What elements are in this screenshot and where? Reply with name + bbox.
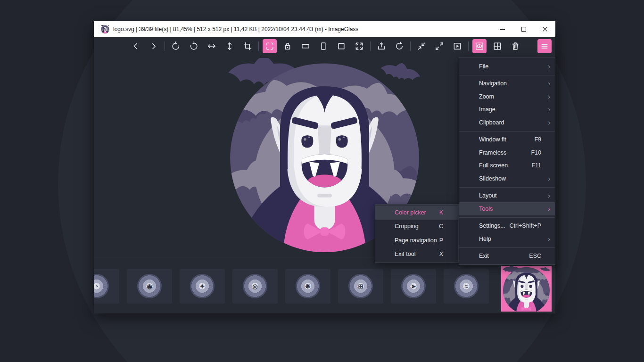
menu-item-label: File <box>479 63 488 70</box>
lock-zoom-button[interactable] <box>281 39 295 53</box>
menu-item-exit[interactable]: ExitESC <box>459 250 555 263</box>
close-icon <box>542 26 548 32</box>
thumbnail-item[interactable]: ✦ <box>180 269 225 304</box>
menu-item-label: Navigation <box>479 80 507 87</box>
previous-image-button[interactable] <box>129 39 143 53</box>
menu-item-label: Exif tool <box>395 251 415 257</box>
auto-zoom-icon <box>265 41 274 51</box>
submenu-arrow-icon: › <box>544 236 550 242</box>
menu-item-settings[interactable]: Settings...Ctrl+Shift+P <box>459 220 555 233</box>
submenu-arrow-icon: › <box>544 63 550 70</box>
menu-divider <box>459 187 555 188</box>
menu-item-layout[interactable]: Layout› <box>459 189 555 203</box>
thumbnail-item[interactable]: ◉ <box>127 269 172 304</box>
refresh-button[interactable] <box>392 39 406 53</box>
rect-wide-icon <box>301 41 310 51</box>
crop-button[interactable] <box>240 39 255 53</box>
tools-submenu-popup: Color pickerKCroppingCPage navigationPEx… <box>375 204 459 263</box>
maximize-button[interactable] <box>513 21 534 37</box>
thumbnail-item[interactable]: ◎ <box>232 269 278 304</box>
thumbnail-logo-glyph: ⊞ <box>348 274 373 298</box>
menu-item-shortcut: C <box>439 223 452 230</box>
hamburger-icon <box>540 41 549 51</box>
thumbnail-panel-button[interactable] <box>490 39 504 53</box>
toolbar-separator <box>370 41 371 51</box>
menu-item-label: Help <box>479 236 491 242</box>
close-button[interactable] <box>534 21 555 37</box>
menu-item-image[interactable]: Image› <box>459 103 555 116</box>
menu-item-tools[interactable]: Tools› <box>459 202 555 215</box>
menu-item-help[interactable]: Help› <box>459 232 555 246</box>
flip-horizontal-button[interactable] <box>205 39 219 53</box>
toolbar-separator <box>165 41 165 51</box>
rotate-right-button[interactable] <box>187 39 201 53</box>
submenu-arrow-icon: › <box>544 93 550 100</box>
rotate-left-button[interactable] <box>169 39 183 53</box>
thumbnail-logo-glyph: ❋ <box>296 274 320 298</box>
thumbnail-logo-glyph: ≈ <box>454 274 479 298</box>
full-screen-button[interactable] <box>432 39 446 53</box>
menu-item-label: Settings... <box>479 222 505 229</box>
scale-to-width-button[interactable] <box>298 39 313 53</box>
slideshow-button[interactable] <box>450 39 464 53</box>
next-image-button[interactable] <box>147 39 161 53</box>
toolbar-separator <box>410 41 411 51</box>
scale-to-fit-button[interactable] <box>352 39 366 53</box>
thumbnail-item[interactable]: ≈ <box>444 269 489 304</box>
minimize-button[interactable] <box>492 21 513 37</box>
menu-item-label: Frameless <box>479 149 506 156</box>
thumbnail-item[interactable]: ⊞ <box>338 269 383 304</box>
menu-item-shortcut: F10 <box>531 149 544 156</box>
menu-item-file[interactable]: File› <box>459 60 555 73</box>
menu-item-label: Layout <box>479 192 497 199</box>
menu-item-clipboard[interactable]: Clipboard› <box>459 116 555 129</box>
menu-item-full-screen[interactable]: Full screenF11 <box>459 159 555 173</box>
trash-icon <box>511 41 520 51</box>
thumbnail-logo-glyph: ➤ <box>401 274 426 298</box>
export-button[interactable] <box>374 39 388 53</box>
auto-zoom-button[interactable] <box>263 39 277 53</box>
toolbar-separator <box>468 41 469 51</box>
submenu-arrow-icon: › <box>544 192 550 199</box>
eye-square-icon <box>475 41 484 51</box>
menu-item-page-navigation[interactable]: Page navigationP <box>375 233 458 247</box>
submenu-arrow-icon: › <box>544 206 550 212</box>
menu-item-color-picker[interactable]: Color pickerK <box>375 206 458 220</box>
menu-item-frameless[interactable]: FramelessF10 <box>459 146 555 159</box>
menu-item-shortcut: X <box>439 251 452 257</box>
color-inspector-button[interactable] <box>472 39 487 53</box>
menu-item-zoom[interactable]: Zoom› <box>459 90 555 103</box>
menu-item-label: Window fit <box>479 136 506 143</box>
menu-item-cropping[interactable]: CroppingC <box>375 220 458 234</box>
menu-item-window-fit[interactable]: Window fitF9 <box>459 133 555 147</box>
actual-size-button[interactable] <box>334 39 348 53</box>
lock-icon <box>283 41 292 51</box>
toolbar <box>94 37 555 55</box>
menu-item-label: Page navigation <box>395 237 437 244</box>
app-logo-icon <box>101 25 109 33</box>
window-fit-button[interactable] <box>414 39 429 53</box>
delete-image-button[interactable] <box>508 39 522 53</box>
thumbnail-item[interactable]: ➤ <box>391 269 436 304</box>
title-bar[interactable]: logo.svg | 39/39 file(s) | 81,45% | 512 … <box>94 21 555 37</box>
chevron-left-icon <box>131 41 140 51</box>
crop-icon <box>243 41 252 51</box>
scale-to-height-button[interactable] <box>316 39 330 53</box>
rotate-left-icon <box>171 41 181 51</box>
toolbar-separator <box>258 41 259 51</box>
window-title: logo.svg | 39/39 file(s) | 81,45% | 512 … <box>113 26 358 33</box>
grid-icon <box>493 41 502 51</box>
thumbnail-item[interactable]: ◔ <box>94 269 119 304</box>
thumbnail-item[interactable]: ❋ <box>285 269 330 304</box>
main-menu-button[interactable] <box>537 39 552 53</box>
export-icon <box>377 41 386 51</box>
menu-item-slideshow[interactable]: Slideshow› <box>459 172 555 185</box>
menu-item-shortcut: F9 <box>534 136 544 143</box>
collapse-diag-icon <box>417 41 426 51</box>
menu-item-navigation[interactable]: Navigation› <box>459 77 555 90</box>
flip-h-icon <box>207 41 216 51</box>
menu-item-exif-tool[interactable]: Exif toolX <box>375 247 458 262</box>
thumbnail-selected-vampire[interactable] <box>501 266 552 312</box>
flip-vertical-button[interactable] <box>223 39 237 53</box>
refresh-icon <box>395 41 404 51</box>
